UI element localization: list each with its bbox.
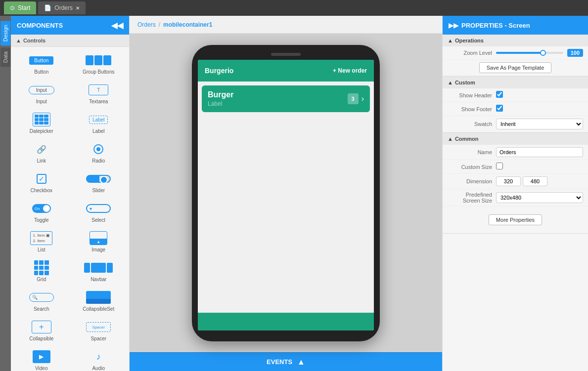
right-panel: ▶▶ PROPERTIES - Screen ▲ Operations Zoom…	[442, 16, 588, 371]
select-visual	[86, 204, 111, 213]
events-bar[interactable]: EVENTS ▲	[130, 352, 442, 371]
link-label: Link	[37, 158, 46, 164]
custom-size-checkbox[interactable]	[496, 163, 503, 169]
components-grid: Button Button Group Buttons Input Input	[11, 47, 129, 371]
textarea-icon-container: T	[84, 82, 113, 97]
left-panel: COMPONENTS ◀◀ ▲ Controls Button Button	[11, 16, 130, 371]
audio-icon-container: ♪	[84, 349, 113, 364]
component-image[interactable]: Image	[71, 228, 127, 255]
operations-label: Operations	[455, 38, 484, 43]
component-link[interactable]: 🔗 Link	[14, 139, 69, 166]
side-tab-data[interactable]: Data	[0, 47, 10, 67]
show-footer-label: Show Footer	[448, 106, 492, 112]
collapsible-label: Collapsible	[29, 336, 53, 341]
events-label: EVENTS	[267, 358, 292, 366]
video-icon-container	[27, 349, 56, 364]
predefined-screen-size-select[interactable]: 320x480 360x640 375x667 414x736	[496, 192, 583, 203]
custom-arrow: ▲	[448, 80, 453, 85]
component-navbar[interactable]: Navbar	[71, 257, 127, 285]
dimension-height-input[interactable]	[523, 176, 547, 186]
dimension-row: Dimension	[443, 174, 588, 189]
component-search[interactable]: Search	[14, 287, 69, 315]
zoom-slider[interactable]	[496, 52, 563, 54]
name-label: Name	[448, 149, 492, 155]
order-chevron-icon: ›	[362, 94, 364, 103]
components-collapse-btn[interactable]: ◀◀	[111, 21, 123, 30]
component-group-buttons[interactable]: Group Buttons	[71, 50, 127, 78]
zoom-value-badge: 100	[567, 49, 583, 57]
component-spacer[interactable]: Spacer Spacer	[71, 317, 127, 344]
show-header-checkbox[interactable]	[496, 91, 503, 98]
tab-start[interactable]: ⊙ Start	[4, 1, 36, 14]
save-page-template-btn[interactable]: Save As Page Template	[479, 62, 552, 73]
breadcrumb-orders[interactable]: Orders	[137, 21, 156, 28]
component-checkbox[interactable]: ✓ Checkbox	[14, 168, 69, 196]
breadcrumb-separator: /	[159, 21, 160, 28]
name-input[interactable]	[496, 147, 583, 157]
component-button[interactable]: Button Button	[14, 50, 69, 78]
component-radio[interactable]: Radio	[71, 139, 127, 166]
component-input[interactable]: Input Input	[14, 80, 69, 107]
datepicker-label: Datepicker	[30, 128, 53, 134]
component-collapsible[interactable]: Collapsible	[14, 317, 69, 344]
zoom-slider-thumb[interactable]	[540, 50, 546, 56]
search-icon-container	[27, 290, 56, 305]
predefined-screen-size-row: PredefinedScreen Size 320x480 360x640 37…	[443, 189, 588, 206]
component-list[interactable]: 1. Item ▣2. Item List	[14, 228, 69, 255]
collapsible-set-icon-container	[84, 290, 113, 305]
phone-new-order-btn[interactable]: + New order	[333, 67, 367, 74]
grid-icon-container	[27, 260, 56, 275]
show-footer-checkbox[interactable]	[496, 105, 503, 112]
datepicker-icon-container	[27, 112, 56, 127]
custom-size-row: Custom Size	[443, 160, 588, 174]
component-datepicker[interactable]: Datepicker	[14, 109, 69, 137]
component-collapsible-set[interactable]: CollapsibleSet	[71, 287, 127, 315]
checkbox-label: Checkbox	[31, 188, 52, 193]
phone-footer	[198, 313, 374, 330]
tab-orders[interactable]: 📄 Orders ✕	[38, 1, 86, 14]
component-select[interactable]: Select	[71, 198, 127, 226]
slider-icon-container	[84, 171, 113, 186]
list-visual: 1. Item ▣2. Item	[30, 231, 52, 245]
operations-section-header[interactable]: ▲ Operations	[443, 35, 588, 46]
list-label: List	[38, 247, 45, 252]
dimension-width-input[interactable]	[496, 176, 521, 186]
spacer-visual: Spacer	[86, 322, 111, 332]
component-slider[interactable]: Slider	[71, 168, 127, 196]
show-footer-row: Show Footer	[443, 102, 588, 116]
predefined-label: PredefinedScreen Size	[448, 192, 492, 204]
component-grid[interactable]: Grid	[14, 257, 69, 285]
zoom-slider-track	[496, 52, 543, 54]
breadcrumb-current[interactable]: mobilecontainer1	[163, 21, 212, 28]
side-tab-design[interactable]: Design	[0, 21, 10, 45]
custom-section-header[interactable]: ▲ Custom	[443, 77, 588, 88]
common-section-header[interactable]: ▲ Common	[443, 133, 588, 145]
zoom-label: Zoom Level	[448, 50, 492, 56]
order-badge: 3	[348, 93, 359, 104]
controls-section-header[interactable]: ▲ Controls	[11, 35, 129, 47]
order-card[interactable]: Burger Label 3 ›	[202, 85, 370, 112]
component-textarea[interactable]: T Textarea	[71, 80, 127, 107]
custom-label: Custom	[455, 80, 475, 85]
components-header: COMPONENTS ◀◀	[11, 16, 129, 35]
component-toggle[interactable]: Toggle	[14, 198, 69, 226]
video-visual	[33, 350, 50, 363]
canvas-area: Orders / mobilecontainer1 Burgerio + New…	[130, 16, 442, 371]
button-icon-container: Button	[27, 53, 56, 68]
order-card-left: Burger Label	[208, 90, 233, 107]
more-properties-btn[interactable]: More Properties	[489, 214, 542, 225]
list-icon-container: 1. Item ▣2. Item	[27, 231, 56, 246]
dimension-inputs	[496, 176, 583, 186]
component-video[interactable]: Video	[14, 346, 69, 371]
phone-mockup: Burgerio + New order Burger Label 3 ›	[192, 45, 380, 341]
component-audio[interactable]: ♪ Audio	[71, 346, 127, 371]
swatch-label: Swatch	[448, 121, 492, 127]
navbar-label: Navbar	[90, 277, 106, 282]
swatch-select[interactable]: Inherit Default Theme A Theme B	[496, 119, 583, 129]
show-header-row: Show Header	[443, 88, 588, 102]
orders-tab-close[interactable]: ✕	[76, 5, 80, 11]
textarea-visual: T	[89, 84, 108, 95]
component-label[interactable]: Label Label	[71, 109, 127, 137]
toggle-label: Toggle	[34, 217, 48, 223]
operations-arrow: ▲	[448, 38, 453, 43]
